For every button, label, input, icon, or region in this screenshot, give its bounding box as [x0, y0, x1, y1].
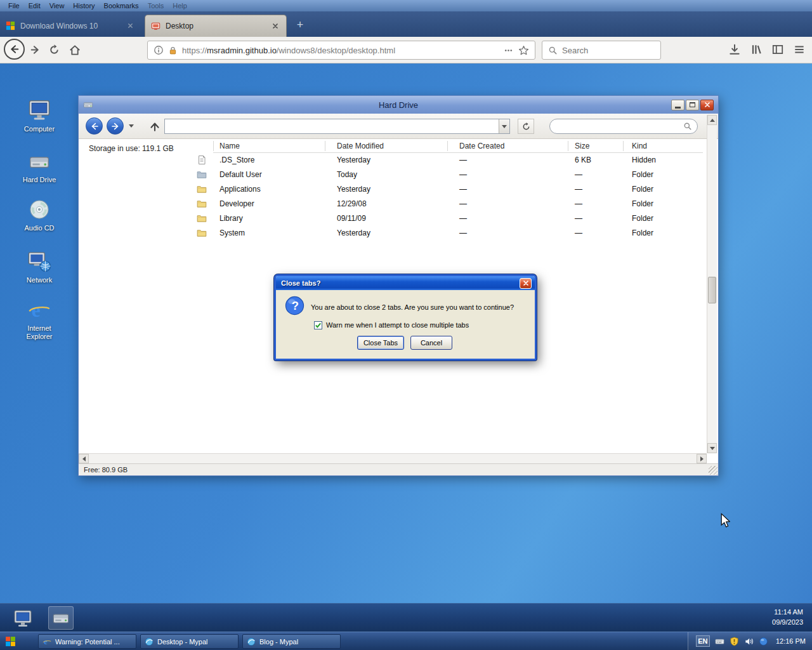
volume-icon[interactable]: [744, 637, 754, 646]
up-button[interactable]: [148, 120, 161, 133]
new-tab-button[interactable]: +: [292, 17, 308, 33]
menu-history[interactable]: History: [69, 0, 99, 11]
warn-checkbox[interactable]: [314, 321, 322, 329]
column-kind[interactable]: Kind: [632, 142, 647, 150]
bookmark-star-icon[interactable]: [518, 45, 529, 56]
cancel-button[interactable]: Cancel: [410, 336, 452, 350]
nav-forward-button[interactable]: [107, 117, 124, 135]
downloads-button[interactable]: [728, 43, 741, 56]
tab-close-icon[interactable]: [270, 21, 280, 31]
column-date-modified[interactable]: Date Modified: [337, 142, 384, 150]
drive-icon: [83, 100, 93, 110]
menu-help[interactable]: Help: [168, 0, 192, 11]
file-row-ds-store[interactable]: .DS_Store Yesterday — 6 KB Hidden: [79, 153, 703, 168]
refresh-button[interactable]: [518, 119, 534, 134]
menu-edit[interactable]: Edit: [24, 0, 45, 11]
file-row-library[interactable]: Library 09/11/09 — — Folder: [79, 211, 703, 226]
warn-checkbox-label[interactable]: Warn me when I attempt to close multiple…: [326, 321, 469, 329]
file-row-applications[interactable]: Applications Yesterday — — Folder: [79, 182, 703, 197]
library-button[interactable]: [750, 43, 763, 56]
language-indicator[interactable]: EN: [696, 635, 710, 647]
taskbar-computer-button[interactable]: [10, 606, 36, 630]
network-status-icon[interactable]: [759, 637, 768, 646]
resize-grip[interactable]: [709, 466, 717, 475]
file-row-default-user[interactable]: Default User Today — — Folder: [79, 168, 703, 182]
desktop-icon-computer[interactable]: Computer: [11, 98, 67, 133]
column-name[interactable]: Name: [219, 142, 240, 150]
browser-navbar: https://msradmin.github.io/windows8/desk…: [0, 37, 812, 63]
hamburger-icon: [793, 43, 806, 56]
column-date-created[interactable]: Date Created: [459, 142, 504, 150]
desktop-icon-hard-drive[interactable]: Hard Drive: [11, 151, 67, 184]
forward-arrow-icon: [110, 121, 121, 131]
column-size[interactable]: Size: [575, 142, 589, 150]
window-statusbar: Free: 80.9 GB: [79, 463, 718, 475]
site-info-icon[interactable]: [154, 45, 164, 55]
taskbar-button-blog-mypal[interactable]: Blog - Mypal: [242, 634, 341, 649]
scroll-right-button[interactable]: [697, 454, 707, 463]
browser-tabbar: Download Windows 10 Desktop +: [0, 11, 812, 37]
home-button[interactable]: [69, 44, 81, 56]
folder-icon: [197, 184, 207, 194]
tab-close-icon[interactable]: [125, 21, 135, 31]
taskbar-button-warning[interactable]: Warning: Potential ...: [38, 634, 136, 649]
menu-view[interactable]: View: [45, 0, 69, 11]
page-clock: 11:14 AM 09/9/2023: [772, 607, 803, 627]
scrollbar-thumb[interactable]: [708, 277, 716, 303]
scroll-up-button[interactable]: [707, 115, 717, 125]
taskbar-button-desktop-mypal[interactable]: Desktop - Mypal: [140, 634, 239, 649]
menu-bookmarks[interactable]: Bookmarks: [100, 0, 143, 11]
scroll-down-button[interactable]: [707, 443, 717, 453]
menu-file[interactable]: File: [4, 0, 24, 11]
forward-button[interactable]: [29, 44, 41, 56]
icon-label: Audio CD: [24, 224, 54, 232]
app-menu-button[interactable]: [793, 43, 806, 56]
library-icon: [750, 43, 763, 56]
scroll-left-button[interactable]: [79, 454, 89, 463]
window-titlebar[interactable]: Hard Drive: [79, 96, 718, 114]
desktop-icon-network[interactable]: Network: [11, 249, 67, 284]
file-row-system[interactable]: System Yesterday — — Folder: [79, 226, 703, 241]
close-button[interactable]: [700, 100, 714, 110]
search-input[interactable]: [562, 46, 645, 55]
search-icon: [683, 122, 692, 131]
url-bar[interactable]: https://msradmin.github.io/windows8/desk…: [147, 41, 535, 60]
sidebar-button[interactable]: [771, 43, 784, 56]
tab-desktop[interactable]: Desktop: [145, 15, 287, 37]
internet-explorer-icon: [28, 298, 51, 321]
system-tray: EN 12:16 PM: [688, 632, 812, 650]
close-tabs-button[interactable]: Close Tabs: [357, 336, 404, 350]
dialog-close-button[interactable]: [520, 278, 532, 289]
history-dropdown-icon[interactable]: [129, 124, 134, 128]
back-button[interactable]: [4, 39, 25, 60]
security-shield-icon[interactable]: [730, 637, 739, 646]
minimize-button[interactable]: [671, 100, 684, 110]
file-row-developer[interactable]: Developer 12/29/08 — — Folder: [79, 197, 703, 211]
tab-label: Desktop: [166, 22, 265, 30]
horizontal-scrollbar[interactable]: [79, 453, 707, 463]
tab-download-windows-10[interactable]: Download Windows 10: [0, 15, 141, 37]
desktop-icon-audio-cd[interactable]: Audio CD: [11, 198, 67, 232]
start-button[interactable]: [5, 636, 16, 647]
search-box[interactable]: [542, 41, 661, 60]
url-host: msradmin.github.io: [207, 46, 277, 55]
free-space-text: Free: 80.9 GB: [84, 466, 128, 474]
combobox-dropdown-button[interactable]: [499, 119, 509, 133]
desktop-icon-internet-explorer[interactable]: Internet Explorer: [11, 298, 67, 341]
maximize-button[interactable]: [686, 100, 699, 110]
taskbar-hard-drive-button[interactable]: [48, 606, 74, 630]
url-scheme: https://: [182, 46, 207, 55]
up-arrow-icon: [148, 120, 161, 133]
list-header: Name Date Modified Date Created Size Kin…: [79, 139, 703, 153]
menu-tools[interactable]: Tools: [143, 0, 169, 11]
reload-button[interactable]: [48, 44, 60, 56]
page-actions-icon[interactable]: [503, 45, 514, 56]
address-combobox[interactable]: [164, 119, 510, 134]
window-search-field[interactable]: [549, 119, 698, 134]
keyboard-icon[interactable]: [715, 637, 724, 646]
column-divider: [325, 141, 325, 151]
vertical-scrollbar[interactable]: [707, 115, 717, 453]
dialog-titlebar[interactable]: Close tabs?: [276, 276, 535, 290]
icon-label: Network: [27, 276, 52, 284]
nav-back-button[interactable]: [86, 117, 103, 135]
